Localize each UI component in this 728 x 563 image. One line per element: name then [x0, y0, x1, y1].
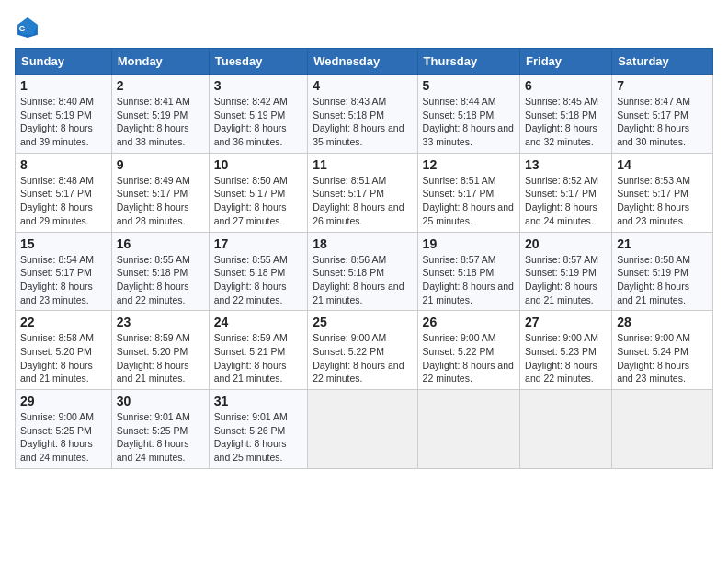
day-cell: 30 Sunrise: 9:01 AMSunset: 5:25 PMDaylig…	[111, 390, 209, 469]
day-info: Sunrise: 8:47 AMSunset: 5:17 PMDaylight:…	[617, 95, 708, 149]
day-info: Sunrise: 9:01 AMSunset: 5:26 PMDaylight:…	[214, 410, 303, 465]
day-info: Sunrise: 8:55 AMSunset: 5:18 PMDaylight:…	[214, 253, 303, 307]
day-number: 25	[313, 315, 412, 329]
day-cell: 2 Sunrise: 8:41 AMSunset: 5:19 PMDayligh…	[111, 75, 209, 154]
day-info: Sunrise: 8:57 AMSunset: 5:19 PMDaylight:…	[525, 253, 607, 307]
day-cell: 3 Sunrise: 8:42 AMSunset: 5:19 PMDayligh…	[209, 75, 308, 154]
day-cell	[417, 390, 519, 469]
day-number: 22	[20, 315, 107, 329]
day-info: Sunrise: 8:53 AMSunset: 5:17 PMDaylight:…	[617, 174, 708, 228]
day-info: Sunrise: 9:00 AMSunset: 5:25 PMDaylight:…	[20, 410, 107, 465]
day-info: Sunrise: 8:48 AMSunset: 5:17 PMDaylight:…	[20, 174, 107, 228]
logo-icon: G	[15, 15, 40, 40]
day-cell: 15 Sunrise: 8:54 AMSunset: 5:17 PMDaylig…	[16, 232, 112, 311]
day-number: 5	[423, 78, 515, 93]
day-info: Sunrise: 8:59 AMSunset: 5:21 PMDaylight:…	[214, 331, 303, 385]
col-header-saturday: Saturday	[612, 49, 713, 75]
day-info: Sunrise: 8:43 AMSunset: 5:18 PMDaylight:…	[313, 95, 412, 149]
day-number: 20	[525, 236, 607, 251]
day-cell: 28 Sunrise: 9:00 AMSunset: 5:24 PMDaylig…	[612, 311, 713, 390]
day-number: 31	[214, 394, 303, 408]
page-header: G	[15, 15, 713, 40]
day-cell: 19 Sunrise: 8:57 AMSunset: 5:18 PMDaylig…	[417, 232, 519, 311]
day-cell: 10 Sunrise: 8:50 AMSunset: 5:17 PMDaylig…	[209, 153, 308, 232]
day-info: Sunrise: 9:00 AMSunset: 5:22 PMDaylight:…	[423, 331, 515, 385]
day-number: 30	[117, 394, 204, 408]
day-cell	[308, 390, 417, 469]
week-row-1: 1 Sunrise: 8:40 AMSunset: 5:19 PMDayligh…	[16, 75, 713, 154]
day-info: Sunrise: 8:49 AMSunset: 5:17 PMDaylight:…	[117, 174, 204, 228]
day-number: 26	[423, 315, 515, 329]
day-info: Sunrise: 8:58 AMSunset: 5:19 PMDaylight:…	[617, 253, 708, 307]
day-cell: 29 Sunrise: 9:00 AMSunset: 5:25 PMDaylig…	[16, 390, 112, 469]
day-info: Sunrise: 8:40 AMSunset: 5:19 PMDaylight:…	[20, 95, 107, 149]
day-info: Sunrise: 9:00 AMSunset: 5:24 PMDaylight:…	[617, 331, 708, 385]
day-cell: 18 Sunrise: 8:56 AMSunset: 5:18 PMDaylig…	[308, 232, 417, 311]
day-cell: 23 Sunrise: 8:59 AMSunset: 5:20 PMDaylig…	[111, 311, 209, 390]
day-cell: 8 Sunrise: 8:48 AMSunset: 5:17 PMDayligh…	[16, 153, 112, 232]
col-header-wednesday: Wednesday	[308, 49, 417, 75]
day-number: 11	[313, 157, 412, 172]
day-number: 9	[117, 157, 204, 172]
day-number: 24	[214, 315, 303, 329]
week-row-5: 29 Sunrise: 9:00 AMSunset: 5:25 PMDaylig…	[16, 390, 713, 469]
col-header-tuesday: Tuesday	[209, 49, 308, 75]
day-number: 8	[20, 157, 107, 172]
day-info: Sunrise: 8:55 AMSunset: 5:18 PMDaylight:…	[117, 253, 204, 307]
day-number: 1	[20, 78, 107, 93]
day-cell: 9 Sunrise: 8:49 AMSunset: 5:17 PMDayligh…	[111, 153, 209, 232]
day-number: 23	[117, 315, 204, 329]
day-cell: 6 Sunrise: 8:45 AMSunset: 5:18 PMDayligh…	[520, 75, 612, 154]
day-cell: 5 Sunrise: 8:44 AMSunset: 5:18 PMDayligh…	[417, 75, 519, 154]
day-number: 4	[313, 78, 412, 93]
day-info: Sunrise: 8:51 AMSunset: 5:17 PMDaylight:…	[423, 174, 515, 228]
day-number: 2	[117, 78, 204, 93]
day-cell: 7 Sunrise: 8:47 AMSunset: 5:17 PMDayligh…	[612, 75, 713, 154]
day-number: 29	[20, 394, 107, 408]
day-info: Sunrise: 8:41 AMSunset: 5:19 PMDaylight:…	[117, 95, 204, 149]
day-cell	[520, 390, 612, 469]
col-header-monday: Monday	[111, 49, 209, 75]
day-info: Sunrise: 8:42 AMSunset: 5:19 PMDaylight:…	[214, 95, 303, 149]
day-info: Sunrise: 8:56 AMSunset: 5:18 PMDaylight:…	[313, 253, 412, 307]
logo: G	[15, 15, 44, 40]
day-info: Sunrise: 9:00 AMSunset: 5:22 PMDaylight:…	[313, 331, 412, 385]
col-header-thursday: Thursday	[417, 49, 519, 75]
svg-text:G: G	[19, 24, 26, 33]
day-cell: 22 Sunrise: 8:58 AMSunset: 5:20 PMDaylig…	[16, 311, 112, 390]
day-info: Sunrise: 8:52 AMSunset: 5:17 PMDaylight:…	[525, 174, 607, 228]
day-cell: 12 Sunrise: 8:51 AMSunset: 5:17 PMDaylig…	[417, 153, 519, 232]
week-row-3: 15 Sunrise: 8:54 AMSunset: 5:17 PMDaylig…	[16, 232, 713, 311]
day-number: 7	[617, 78, 708, 93]
day-cell: 27 Sunrise: 9:00 AMSunset: 5:23 PMDaylig…	[520, 311, 612, 390]
day-info: Sunrise: 8:45 AMSunset: 5:18 PMDaylight:…	[525, 95, 607, 149]
day-info: Sunrise: 8:51 AMSunset: 5:17 PMDaylight:…	[313, 174, 412, 228]
day-cell: 25 Sunrise: 9:00 AMSunset: 5:22 PMDaylig…	[308, 311, 417, 390]
day-number: 19	[423, 236, 515, 251]
day-info: Sunrise: 8:57 AMSunset: 5:18 PMDaylight:…	[423, 253, 515, 307]
day-number: 13	[525, 157, 607, 172]
day-cell: 31 Sunrise: 9:01 AMSunset: 5:26 PMDaylig…	[209, 390, 308, 469]
calendar-header-row: SundayMondayTuesdayWednesdayThursdayFrid…	[16, 49, 713, 75]
col-header-sunday: Sunday	[16, 49, 112, 75]
day-number: 21	[617, 236, 708, 251]
day-cell: 20 Sunrise: 8:57 AMSunset: 5:19 PMDaylig…	[520, 232, 612, 311]
week-row-2: 8 Sunrise: 8:48 AMSunset: 5:17 PMDayligh…	[16, 153, 713, 232]
day-number: 3	[214, 78, 303, 93]
day-cell: 21 Sunrise: 8:58 AMSunset: 5:19 PMDaylig…	[612, 232, 713, 311]
day-info: Sunrise: 8:44 AMSunset: 5:18 PMDaylight:…	[423, 95, 515, 149]
day-cell: 16 Sunrise: 8:55 AMSunset: 5:18 PMDaylig…	[111, 232, 209, 311]
day-info: Sunrise: 9:01 AMSunset: 5:25 PMDaylight:…	[117, 410, 204, 465]
week-row-4: 22 Sunrise: 8:58 AMSunset: 5:20 PMDaylig…	[16, 311, 713, 390]
day-cell: 26 Sunrise: 9:00 AMSunset: 5:22 PMDaylig…	[417, 311, 519, 390]
col-header-friday: Friday	[520, 49, 612, 75]
day-number: 10	[214, 157, 303, 172]
day-info: Sunrise: 8:54 AMSunset: 5:17 PMDaylight:…	[20, 253, 107, 307]
day-info: Sunrise: 8:59 AMSunset: 5:20 PMDaylight:…	[117, 331, 204, 385]
day-cell: 11 Sunrise: 8:51 AMSunset: 5:17 PMDaylig…	[308, 153, 417, 232]
day-number: 15	[20, 236, 107, 251]
day-cell: 14 Sunrise: 8:53 AMSunset: 5:17 PMDaylig…	[612, 153, 713, 232]
day-number: 18	[313, 236, 412, 251]
day-cell: 13 Sunrise: 8:52 AMSunset: 5:17 PMDaylig…	[520, 153, 612, 232]
day-number: 6	[525, 78, 607, 93]
